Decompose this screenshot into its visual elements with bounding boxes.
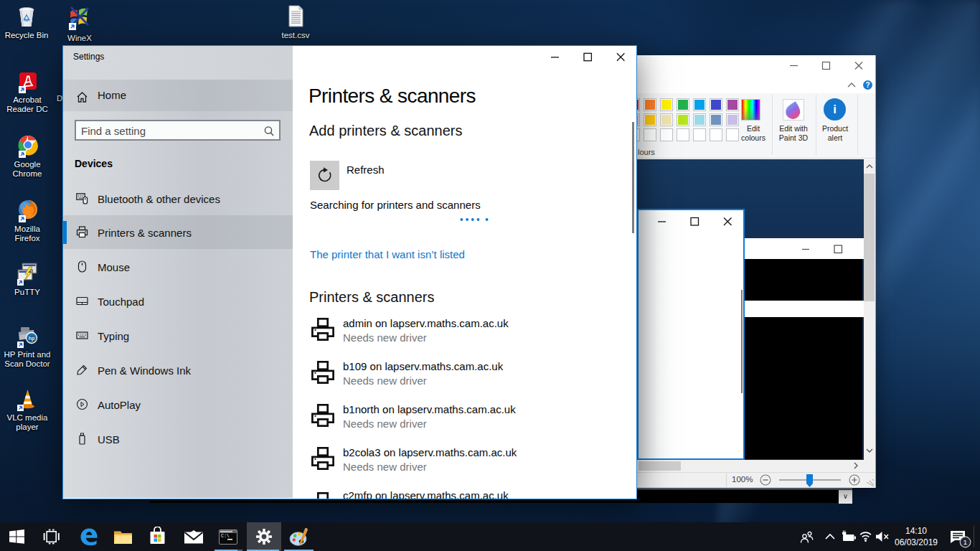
svg-text:hp: hp xyxy=(29,336,35,342)
svg-text:1: 1 xyxy=(963,538,967,546)
svg-text:C:\: C:\ xyxy=(221,534,230,539)
